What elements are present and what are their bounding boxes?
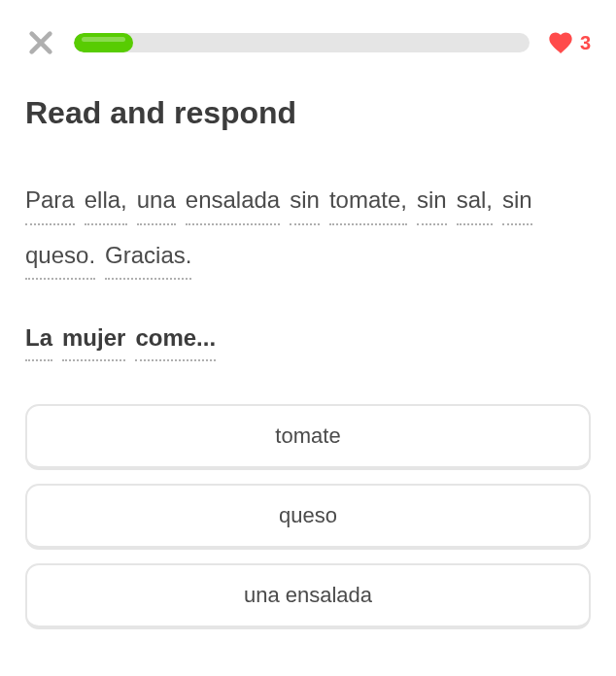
sentence-word[interactable]: ella,	[85, 178, 127, 225]
answer-option-2[interactable]: queso	[25, 484, 591, 550]
sentence-line: Para ella, una ensalada sin tomate, sin …	[25, 178, 591, 280]
answer-options: tomate queso una ensalada	[25, 404, 591, 629]
sentence-word[interactable]: tomate,	[329, 178, 407, 225]
sentence-word[interactable]: sin	[417, 178, 447, 225]
progress-fill	[74, 33, 133, 52]
exercise-header: 3	[25, 27, 591, 58]
heart-icon	[547, 29, 574, 56]
heart-count: 3	[580, 32, 591, 54]
question-word[interactable]: La	[25, 317, 52, 361]
instruction-title: Read and respond	[25, 95, 591, 131]
answer-option-3[interactable]: una ensalada	[25, 563, 591, 629]
hearts-counter[interactable]: 3	[547, 29, 591, 56]
progress-bar	[74, 33, 530, 52]
sentence-word[interactable]: ensalada	[186, 178, 280, 225]
answer-option-1[interactable]: tomate	[25, 404, 591, 470]
sentence-word[interactable]: sin	[502, 178, 532, 225]
question-block: La mujer come...	[25, 317, 591, 361]
sentence-word[interactable]: una	[137, 178, 176, 225]
sentence-word[interactable]: queso.	[25, 233, 95, 281]
sentence-word[interactable]: sal,	[457, 178, 493, 225]
sentence-word[interactable]: Para	[25, 178, 75, 225]
sentence-word[interactable]: sin	[290, 178, 320, 225]
sentence-block: Para ella, una ensalada sin tomate, sin …	[25, 178, 591, 280]
close-icon[interactable]	[25, 27, 56, 58]
sentence-word[interactable]: Gracias.	[105, 233, 191, 281]
question-word[interactable]: come...	[135, 317, 216, 361]
question-line: La mujer come...	[25, 317, 591, 361]
question-word[interactable]: mujer	[62, 317, 125, 361]
